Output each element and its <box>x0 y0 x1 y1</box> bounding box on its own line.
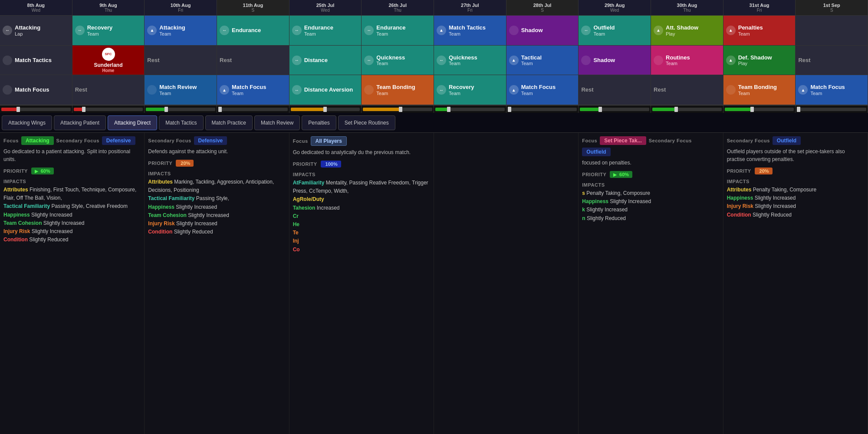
block-text: Endurance Team <box>376 24 405 36</box>
progress-fill-0 <box>1 108 19 111</box>
training-block-2-7[interactable]: ▲ Match Focus Team <box>506 75 579 105</box>
block-icon: ▲ <box>654 26 663 35</box>
training-block-0-4[interactable]: ↔ Endurance Team <box>289 16 362 46</box>
progress-cell-5 <box>362 105 434 113</box>
training-block-1-2[interactable]: Rest <box>145 46 217 76</box>
training-block-2-3[interactable]: ▲ Match Focus Team <box>217 75 289 105</box>
training-block-0-10[interactable]: ▲ Penalties Team <box>723 16 796 46</box>
priority-badge-4[interactable]: ▶ 60% <box>610 171 632 178</box>
block-text: Team Bonding Team <box>376 84 415 96</box>
training-block-0-8[interactable]: ↔ Outfield Team <box>579 16 651 46</box>
impact-value-5-2: Slightly Increased <box>755 203 796 209</box>
priority-label-4: PRIORITY <box>582 172 606 177</box>
block-title: Outfield <box>593 24 615 31</box>
training-block-1-9[interactable]: Routines Team <box>651 46 723 76</box>
progress-track-6 <box>435 108 505 111</box>
tab-7[interactable]: Set Piece Routines <box>338 115 395 130</box>
tab-2[interactable]: Attacking Direct <box>108 115 157 130</box>
block-subtitle: Team <box>159 31 185 36</box>
training-block-2-2[interactable]: Match Review Team <box>145 75 217 105</box>
tab-5[interactable]: Match Review <box>254 115 300 130</box>
impact-item-0-3: Team Cohesion Slightly Increased <box>3 219 141 227</box>
block-title: Match Focus <box>15 86 49 93</box>
date-cell-11: 1st SepS <box>796 0 868 15</box>
focus-primary-badge-4[interactable]: Set Piece Tak... <box>600 136 646 145</box>
training-block-2-0[interactable]: Match Focus <box>0 75 72 105</box>
impact-value-1-4: Slightly Increased <box>176 220 217 227</box>
block-icon: ▲ <box>726 26 736 35</box>
training-block-2-8[interactable]: Rest <box>579 75 651 105</box>
training-block-1-11[interactable]: Rest <box>796 46 868 76</box>
tab-4[interactable]: Match Practice <box>205 115 253 130</box>
training-col-6: ▲ Match Tactics Team ↔ Quickness Team ↔ … <box>434 16 506 105</box>
block-subtitle: Play <box>666 31 698 36</box>
block-icon: ▲ <box>509 56 519 65</box>
training-block-2-9[interactable]: Rest <box>651 75 723 105</box>
focus-primary-badge-2[interactable]: All Players <box>311 136 347 146</box>
tab-6[interactable]: Penalties <box>302 115 336 130</box>
priority-badge-2[interactable]: 100% <box>321 161 341 168</box>
training-block-0-3[interactable]: ↔ Endurance <box>217 16 289 46</box>
date-cell-6: 27th JulFri <box>434 0 506 15</box>
priority-badge-5[interactable]: 20% <box>755 168 773 174</box>
training-block-2-6[interactable]: ↔ Recovery Team <box>434 75 506 105</box>
priority-badge-0[interactable]: ▶ 60% <box>31 168 54 174</box>
training-block-1-1[interactable]: SFC Sunderland Home <box>72 46 145 76</box>
training-block-2-5[interactable]: Team Bonding Team <box>362 75 434 105</box>
priority-label-5: PRIORITY <box>727 168 751 174</box>
block-subtitle: Team <box>521 91 556 96</box>
training-block-1-7[interactable]: ▲ Tactical Team <box>506 46 579 76</box>
training-block-1-5[interactable]: ↔ Quickness Team <box>362 46 434 76</box>
training-block-2-10[interactable]: Team Bonding Team <box>723 75 796 105</box>
block-title: Def. Shadow <box>738 54 772 61</box>
tab-0[interactable]: Attacking Wings <box>2 115 52 130</box>
training-block-1-4[interactable]: ↔ Distance <box>289 46 362 76</box>
block-title: Quickness <box>376 54 405 61</box>
impact-item-0-0: Attributes Finishing, First Touch, Techn… <box>3 186 141 202</box>
training-block-0-9[interactable]: ▲ Att. Shadow Play <box>651 16 723 46</box>
secondary-focus-badge-5[interactable]: Outfield <box>773 136 801 145</box>
priority-badge-1[interactable]: 20% <box>176 160 194 167</box>
block-text: Endurance Team <box>304 24 333 36</box>
secondary-focus-badge-4[interactable]: Outfield <box>582 148 610 156</box>
tab-3[interactable]: Match Tactics <box>159 115 203 130</box>
progress-marker-7 <box>508 107 511 112</box>
block-icon: ▲ <box>147 26 157 35</box>
secondary-focus-badge-1[interactable]: Defensive <box>194 136 227 145</box>
training-block-0-6[interactable]: ▲ Match Tactics Team <box>434 16 506 46</box>
block-title: Rest <box>654 86 666 93</box>
match-venue: Home <box>102 68 115 73</box>
tab-1[interactable]: Attacking Patient <box>54 115 106 130</box>
block-subtitle: Team <box>449 91 474 96</box>
training-block-0-11[interactable] <box>796 16 868 46</box>
content-row: FocusAttackingSecondary FocusDefensiveGo… <box>0 133 868 434</box>
progress-track-11 <box>797 108 866 111</box>
training-block-0-7[interactable]: Shadow <box>506 16 579 46</box>
training-block-2-4[interactable]: ↔ Distance Aversion <box>289 75 362 105</box>
block-title: Attacking <box>159 24 185 31</box>
impact-label-2-6: Inj <box>293 238 299 244</box>
training-block-0-5[interactable]: ↔ Endurance Team <box>362 16 434 46</box>
block-icon <box>509 26 519 35</box>
block-title: Endurance <box>376 24 405 31</box>
training-block-2-11[interactable]: ▲ Match Focus Team <box>796 75 868 105</box>
training-block-1-3[interactable]: Rest <box>217 46 289 76</box>
training-block-1-8[interactable]: Shadow <box>579 46 651 76</box>
impact-item-0-4: Injury Risk Slightly Increased <box>3 227 141 236</box>
impact-value-4-1: Slightly Increased <box>610 198 651 204</box>
training-block-0-0[interactable]: ↔ Attacking Lap <box>0 16 72 46</box>
date-cell-10: 31st AugFri <box>723 0 796 15</box>
training-block-1-6[interactable]: ↔ Quickness Team <box>434 46 506 76</box>
secondary-focus-badge-0[interactable]: Defensive <box>102 136 135 145</box>
block-text: Quickness Team <box>376 54 405 66</box>
training-block-1-10[interactable]: ▲ Def. Shadow Play <box>723 46 796 76</box>
training-block-2-1[interactable]: Rest <box>72 75 145 105</box>
impact-label-4-3: n <box>582 215 587 221</box>
training-col-4: ↔ Endurance Team ↔ Distance ↔ Distance A… <box>289 16 362 105</box>
focus-primary-badge-0[interactable]: Attacking <box>21 136 54 145</box>
progress-marker-4 <box>323 107 327 112</box>
block-icon: ↔ <box>581 26 591 35</box>
training-block-0-2[interactable]: ▲ Attacking Team <box>145 16 217 46</box>
training-block-0-1[interactable]: ↔ Recovery Team <box>72 16 145 46</box>
training-block-1-0[interactable]: Match Tactics <box>0 46 72 76</box>
